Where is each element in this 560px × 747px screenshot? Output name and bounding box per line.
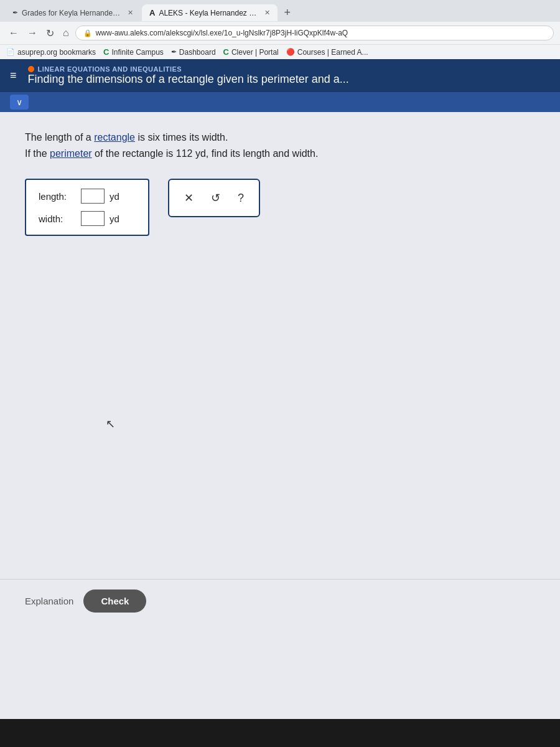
home-button[interactable]: ⌂ [60,26,72,40]
answer-inputs-box: length: yd width: yd [25,179,149,236]
tab2-close-icon[interactable]: ✕ [264,9,270,17]
problem-area: The length of a rectangle is six times i… [0,112,560,622]
close-answer-button[interactable]: ✕ [182,190,196,206]
address-text: www-awu.aleks.com/alekscgi/x/lsl.exe/1o_… [96,29,348,37]
length-input[interactable] [81,189,105,204]
tab1-close-icon[interactable]: ✕ [128,9,133,17]
tab2-icon: A [149,8,155,17]
tab-bar: ✒ Grades for Keyla Hernandez Bac ✕ A ALE… [0,0,560,22]
bottom-bar: Explanation Check [0,579,560,622]
bookmark-clever[interactable]: C Clever | Portal [223,47,279,57]
help-button[interactable]: ? [235,190,246,206]
bookmark-courses-label: Courses | Earned A... [297,48,368,57]
header-category: LINEAR EQUATIONS AND INEQUALITIES [38,65,182,73]
chevron-down-button[interactable]: ∨ [10,95,29,110]
tab2-label: ALEKS - Keyla Hernandez Baca - [159,9,258,17]
bookmark-dashboard[interactable]: ✒ Dashboard [171,48,216,57]
back-button[interactable]: ← [6,26,21,40]
width-label: width: [39,214,76,224]
tab-grades[interactable]: ✒ Grades for Keyla Hernandez Bac ✕ [5,5,141,21]
problem-line2-mid: of the rectangle is 112 yd, find its len… [92,148,319,159]
problem-line2: If the perimeter of the rectangle is 112… [25,146,535,162]
width-row: width: yd [39,211,136,226]
perimeter-link[interactable]: perimeter [50,148,92,159]
hamburger-icon[interactable]: ≡ [10,69,17,82]
bookmark-dash-label: Dashboard [179,48,216,57]
width-input[interactable] [81,211,105,226]
length-label: length: [39,191,76,202]
problem-line1: The length of a rectangle is six times i… [25,129,535,146]
bookmarks-bar: 📄 asuprep.org bookmarks C Infinite Campu… [0,44,560,59]
cursor-indicator: ↖ [106,417,115,431]
bookmark-courses[interactable]: 🔴 Courses | Earned A... [286,48,368,57]
aleks-header: ≡ LINEAR EQUATIONS AND INEQUALITIES Find… [0,59,560,92]
bookmark-asuprep[interactable]: 📄 asuprep.org bookmarks [6,48,96,57]
bookmark-clever-label: Clever | Portal [231,48,279,57]
problem-line2-pre: If the [25,148,50,159]
bookmark-asuprep-icon: 📄 [6,48,15,56]
bookmark-courses-icon: 🔴 [286,48,295,56]
address-bar-area: ← → ↻ ⌂ 🔒 www-awu.aleks.com/alekscgi/x/l… [0,22,560,44]
new-tab-button[interactable]: + [279,4,296,22]
problem-line1-mid: is six times its width. [135,132,228,143]
rectangle-link[interactable]: rectangle [94,132,135,143]
bookmark-asuprep-label: asuprep.org bookmarks [17,48,96,57]
refresh-button[interactable]: ↻ [44,26,57,40]
bookmark-clever-icon: C [223,47,229,57]
chevron-down-icon: ∨ [16,97,22,107]
address-bar[interactable]: 🔒 www-awu.aleks.com/alekscgi/x/lsl.exe/1… [75,26,554,40]
forward-button[interactable]: → [25,26,40,40]
length-row: length: yd [39,189,136,204]
tab1-label: Grades for Keyla Hernandez Bac [22,9,121,17]
tab1-icon: ✒ [12,9,18,17]
bookmark-ic-icon: C [103,47,109,57]
answer-section: length: yd width: yd ✕ ↺ ? [25,179,535,236]
problem-text: The length of a rectangle is six times i… [25,129,535,161]
length-unit: yd [110,191,119,202]
check-button[interactable]: Check [83,590,146,613]
page-content: ≡ LINEAR EQUATIONS AND INEQUALITIES Find… [0,59,560,719]
undo-button[interactable]: ↺ [208,190,223,206]
action-panel: ✕ ↺ ? [168,179,260,217]
header-text-block: LINEAR EQUATIONS AND INEQUALITIES Findin… [28,65,349,86]
orange-dot-icon [28,66,34,72]
chevron-bar: ∨ [0,92,560,112]
header-title: Finding the dimensions of a rectangle gi… [28,73,349,86]
lock-icon: 🔒 [83,29,92,37]
explanation-link[interactable]: Explanation [25,596,73,606]
tab-aleks[interactable]: A ALEKS - Keyla Hernandez Baca - ✕ [142,4,278,21]
browser-chrome: ✒ Grades for Keyla Hernandez Bac ✕ A ALE… [0,0,560,59]
width-unit: yd [110,214,119,224]
problem-line1-pre: The length of a [25,132,94,143]
bookmark-infinite-campus[interactable]: C Infinite Campus [103,47,164,57]
bookmark-ic-label: Infinite Campus [111,48,163,57]
bookmark-dash-icon: ✒ [171,48,177,56]
